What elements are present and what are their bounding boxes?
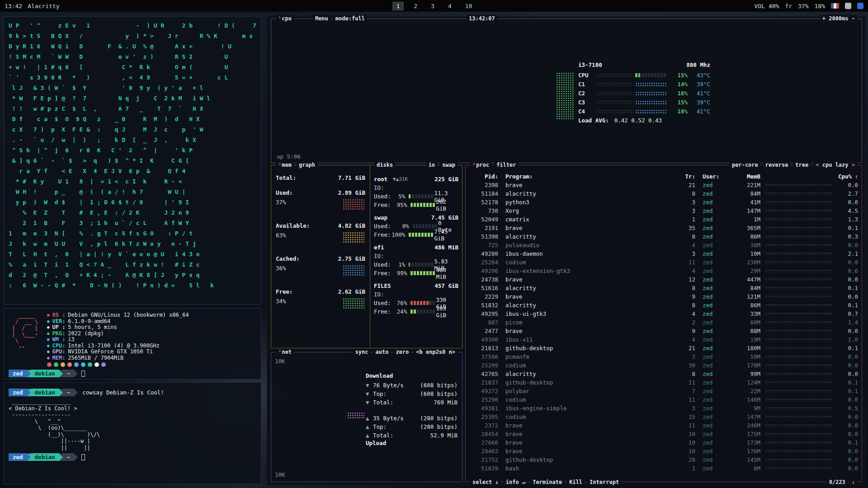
process-row[interactable]: 25264 codium 11 zed 230M 0.0 <box>469 258 858 267</box>
net-toggle-button[interactable]: sync <box>353 348 371 356</box>
scroll-down-icon[interactable]: ↓ <box>849 479 857 486</box>
load-avg-values: 0.42 0.52 0.43 <box>614 117 662 124</box>
process-name: brave <box>498 448 679 455</box>
debian-logo-ascii: _____ / __ \ | / | | \___- \ -- <box>9 312 38 367</box>
disks-toggle-button[interactable]: io <box>426 161 437 169</box>
fr-flag-icon[interactable] <box>831 3 839 9</box>
header-program[interactable]: Program: <box>498 173 679 180</box>
disk-row: FILES 457 GiB <box>374 282 458 290</box>
proc-footer-button[interactable]: select ↓ <box>470 479 501 486</box>
terminal-cowsay[interactable]: zeddebian~cowsay Debian-Z Is Cool! _____… <box>4 382 261 484</box>
process-row[interactable]: 49272 polybar 7 zed 22M 0.1 <box>469 387 858 395</box>
sort-selector[interactable]: < cpu lazy > <box>813 161 857 169</box>
process-name: bash <box>498 465 679 472</box>
process-threads: 11 <box>679 379 695 386</box>
net-toggle-button[interactable]: auto <box>373 348 391 356</box>
process-row[interactable]: 51832 alacritty 8 zed 86M 0.1 <box>469 301 858 310</box>
process-row[interactable]: 25290 codium 11 zed 146M 0.0 <box>469 395 858 404</box>
process-table-header: Pid: Program: Tr: User: MemB Cpu% ↑ <box>469 172 858 181</box>
workspace-button[interactable]: 10 <box>462 2 476 10</box>
disk-name: root <box>374 176 387 183</box>
tray-app-icon[interactable] <box>857 3 863 9</box>
core-label: C2 <box>578 90 594 97</box>
process-name: alacritty <box>498 233 679 240</box>
process-cpu-graph <box>765 338 833 341</box>
disks-panel-title: disks <box>374 161 395 169</box>
process-row[interactable]: 49296 ibus-extension-gtk3 4 zed 29M 0.6 <box>469 267 858 275</box>
process-row[interactable]: 51839 bash 1 zed 6M 0.0 <box>469 464 858 473</box>
process-row[interactable]: 28454 brave 10 zed 175M 0.0 <box>469 430 858 438</box>
process-row[interactable]: 25209 codium 30 zed 178M 0.0 <box>469 361 858 370</box>
menu-button[interactable]: Menu <box>313 15 330 22</box>
process-row[interactable]: 49381 ibus-engine-simple 3 zed 9M 0.5 <box>469 404 858 413</box>
tray-keyboard-icon[interactable] <box>845 3 851 9</box>
process-row[interactable]: 2229 brave 9 zed 121M 0.0 <box>469 292 858 301</box>
process-row[interactable]: 51398 alacritty 8 zed 86M 0.3 <box>469 232 858 241</box>
process-mem: 99M <box>731 371 760 377</box>
process-row[interactable]: 2191 brave 35 zed 365M 0.1 <box>469 224 858 232</box>
proc-footer-button[interactable]: Terminate <box>530 479 564 486</box>
process-cpu-graph <box>765 295 833 298</box>
info-icon: ● <box>47 337 49 342</box>
process-row[interactable]: 725 pulseaudio 4 zed 38M 0.0 <box>469 241 858 249</box>
process-row[interactable]: 49295 ibus-ui-gtk3 4 zed 33M 0.7 <box>469 310 858 318</box>
process-row[interactable]: 2372 brave 11 zed 246M 0.0 <box>469 421 858 430</box>
process-cpu-graph <box>765 192 833 195</box>
process-user: zed <box>695 310 731 317</box>
process-row[interactable]: 25305 codium 15 zed 147M 0.0 <box>469 413 858 421</box>
update-interval-control[interactable]: + 2000ms - <box>820 15 857 22</box>
disks-toggle-button[interactable]: swap <box>440 161 458 169</box>
mode-button[interactable]: mode:full <box>333 15 367 22</box>
header-mem[interactable]: MemB <box>731 173 760 180</box>
process-cpu: 0.0 <box>837 182 858 188</box>
proc-toggle-button[interactable]: tree <box>793 161 811 169</box>
process-pid: 51839 <box>469 465 498 472</box>
proc-footer-button[interactable]: Interrupt <box>587 479 621 486</box>
proc-toggle-button[interactable]: per-core <box>730 161 760 169</box>
net-toggle-button[interactable]: <b enp2s0 n> <box>414 348 458 356</box>
header-cpu[interactable]: Cpu% <box>831 173 852 180</box>
process-row[interactable]: 21752 github-desktop 28 zed 145M 0.0 <box>469 455 858 464</box>
sort-direction-icon[interactable]: ↑ <box>852 173 858 180</box>
net-toggle-button[interactable]: zero <box>393 348 411 356</box>
proc-footer-button[interactable]: Kill <box>567 479 585 486</box>
proc-footer-button[interactable]: info ↵ <box>504 479 528 486</box>
process-row[interactable]: 49280 ibus-daemon 3 zed 10M 2.1 <box>469 249 858 258</box>
terminal-cmatrix[interactable]: U P ' ^ z E v 1 - ) U R 2 b ! D ( 7 9 k … <box>4 16 261 305</box>
process-row[interactable]: 28463 brave 10 zed 176M 0.0 <box>469 447 858 455</box>
process-row[interactable]: 21837 github-desktop 11 zed 124M 0.1 <box>469 378 858 387</box>
process-row[interactable]: 2477 brave 9 zed 88M 0.0 <box>469 327 858 335</box>
process-pid: 49280 <box>469 250 498 257</box>
process-row[interactable]: 887 picom 2 zed 60M 1.4 <box>469 318 858 327</box>
process-row[interactable]: 27666 brave 10 zed 173M 0.1 <box>469 438 858 447</box>
graph-toggle-button[interactable]: graph <box>297 161 317 169</box>
workspace-button[interactable]: 4 <box>445 2 455 10</box>
proc-toggle-button[interactable]: reverse <box>763 161 791 169</box>
header-pid[interactable]: Pid: <box>469 173 498 180</box>
process-row[interactable]: 49300 ibus-x11 4 zed 19M 1.0 <box>469 335 858 344</box>
process-row[interactable]: 730 Xorg 3 zed 147M 4.5 <box>469 206 858 215</box>
btop-window[interactable]: ¹cpu Menu mode:full 13:42:07 + 2000ms - … <box>267 16 865 485</box>
disk-size: 225 GiB <box>434 176 458 183</box>
process-row[interactable]: 51184 alacritty 8 zed 84M 2.7 <box>469 189 858 198</box>
terminal-fetch[interactable]: _____ / __ \ | / | | \___- \ -- ●OS :Deb… <box>4 308 261 380</box>
workspace-button[interactable]: 2 <box>410 2 420 10</box>
process-row[interactable]: 2398 brave 21 zed 221M 0.0 <box>469 181 858 189</box>
header-user[interactable]: User: <box>695 173 731 180</box>
disk-row: Free: 99% 480 MiB <box>374 269 458 277</box>
process-row[interactable]: 52049 cmatrix 1 zed 1M 1.3 <box>469 215 858 224</box>
process-row[interactable]: 52178 python3 3 zed 41M 0.0 <box>469 198 858 206</box>
process-row[interactable]: 37586 pcmanfm 3 zed 59M 0.0 <box>469 352 858 361</box>
workspace-button[interactable]: 1 <box>393 2 404 10</box>
process-row[interactable]: 51616 alacritty 8 zed 84M 0.1 <box>469 284 858 292</box>
cpu-core-row: CPU 15% 43°C <box>578 70 710 80</box>
filter-button[interactable]: filter <box>494 161 518 169</box>
terminal-cursor <box>81 454 85 460</box>
process-row[interactable]: 21813 github-desktop 21 zed 180M 0.1 <box>469 344 858 352</box>
workspace-button[interactable]: 3 <box>428 2 438 10</box>
process-user: zed <box>695 396 731 403</box>
process-row[interactable]: 42765 alacritty 8 zed 99M 0.0 <box>469 370 858 378</box>
header-threads[interactable]: Tr: <box>679 173 695 180</box>
process-row[interactable]: 24738 brave 12 zed 447M 0.0 <box>469 275 858 284</box>
bar-clock: 13:42 <box>5 3 22 9</box>
